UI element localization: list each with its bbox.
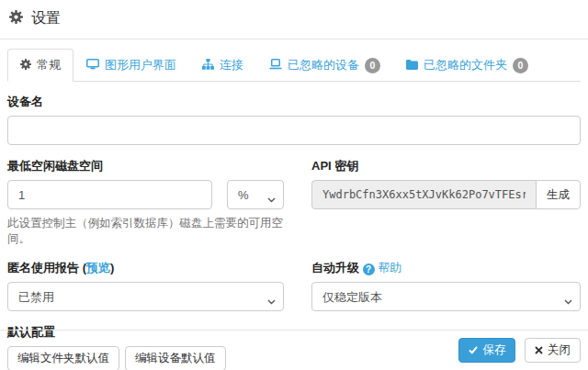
min-disk-free-group: 最低空闲磁盘空间 % 此设置控制主（例如索引数据库）磁盘上需要的可用空间。 — [7, 158, 284, 247]
ignored-folders-count-badge: 0 — [513, 58, 528, 73]
save-button[interactable]: 保存 — [458, 338, 515, 363]
usage-report-group: 匿名使用报告 (预览) 已禁用 — [7, 260, 284, 311]
question-circle-icon: ? — [363, 263, 375, 275]
api-key-group: API 密钥 生成 — [311, 158, 581, 209]
api-key-label: API 密钥 — [311, 158, 581, 174]
min-disk-free-help: 此设置控制主（例如索引数据库）磁盘上需要的可用空间。 — [7, 216, 284, 247]
auto-upgrade-select[interactable]: 仅稳定版本 — [311, 282, 581, 311]
modal-header: 设置 — [0, 0, 588, 39]
tab-label: 图形用户界面 — [105, 57, 176, 73]
gear-icon — [9, 10, 23, 28]
sitemap-icon — [202, 59, 214, 73]
tab-ignored-folders[interactable]: 已忽略的文件夹 0 — [393, 49, 541, 82]
close-icon — [535, 344, 543, 357]
laptop-icon — [269, 59, 282, 73]
desktop-icon — [86, 59, 99, 73]
page-title-text: 设置 — [31, 9, 61, 28]
tab-panel-general: 设备名 最低空闲磁盘空间 % 此设置控制主（例 — [0, 82, 588, 370]
tab-label: 常规 — [37, 57, 61, 73]
close-button[interactable]: 关闭 — [525, 338, 581, 363]
usage-report-label: 匿名使用报告 — [7, 261, 79, 275]
auto-upgrade-label: 自动升级 — [311, 261, 359, 275]
tab-ignored-devices[interactable]: 已忽略的设备 0 — [256, 49, 393, 82]
check-icon — [469, 344, 478, 357]
tab-label: 已忽略的设备 — [288, 57, 359, 73]
ignored-devices-count-badge: 0 — [365, 58, 380, 73]
modal-footer: 保存 关闭 — [0, 330, 588, 370]
tab-label: 连接 — [220, 57, 243, 73]
close-button-label: 关闭 — [548, 342, 571, 358]
min-disk-free-unit-select[interactable]: % — [227, 180, 284, 209]
device-name-label: 设备名 — [7, 94, 581, 110]
usage-report-preview-link[interactable]: 预览 — [86, 261, 110, 275]
settings-tabs: 常规 图形用户界面 连接 — [7, 49, 581, 82]
usage-report-select[interactable]: 已禁用 — [7, 282, 284, 311]
tab-gui[interactable]: 图形用户界面 — [74, 49, 189, 82]
device-name-input[interactable] — [7, 116, 581, 145]
device-name-group: 设备名 — [7, 94, 581, 145]
folder-icon — [406, 59, 418, 73]
save-button-label: 保存 — [482, 342, 505, 358]
generate-api-key-button[interactable]: 生成 — [536, 180, 581, 209]
tab-general[interactable]: 常规 — [7, 49, 74, 82]
tab-label: 已忽略的文件夹 — [424, 57, 507, 73]
generate-button-label: 生成 — [547, 187, 570, 203]
gear-icon — [20, 59, 31, 73]
min-disk-free-input[interactable] — [7, 180, 212, 209]
api-key-input — [311, 180, 537, 209]
paren-close: ) — [110, 261, 114, 275]
tab-connections[interactable]: 连接 — [189, 49, 256, 82]
auto-upgrade-group: 自动升级 ? 帮助 仅稳定版本 — [311, 260, 581, 311]
min-disk-free-label: 最低空闲磁盘空间 — [7, 158, 284, 174]
auto-upgrade-help-link[interactable]: 帮助 — [378, 261, 401, 275]
page-title: 设置 — [9, 9, 579, 28]
